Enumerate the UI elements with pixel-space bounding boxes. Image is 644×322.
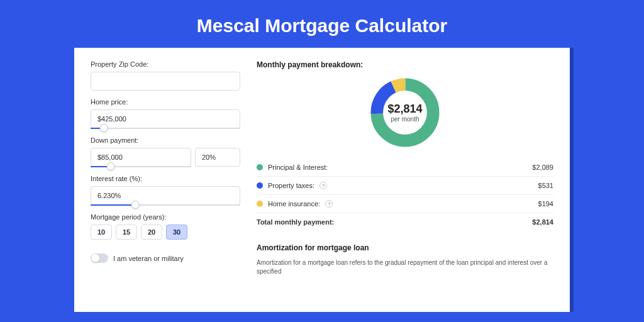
breakdown-panel: Monthly payment breakdown: $2,814 per mo… — [257, 60, 553, 299]
home-price-label: Home price: — [91, 98, 240, 106]
slider-thumb[interactable] — [131, 201, 140, 209]
period-option-30[interactable]: 30 — [166, 225, 187, 240]
slider-thumb[interactable] — [107, 162, 115, 170]
legend-value: $2,089 — [532, 164, 553, 171]
interest-group: Interest rate (%): — [91, 175, 240, 206]
veteran-label: I am veteran or military — [113, 255, 184, 262]
legend-dot — [257, 182, 263, 189]
slider-thumb[interactable] — [100, 124, 108, 132]
zip-group: Property Zip Code: — [91, 60, 240, 91]
home-price-slider[interactable] — [91, 128, 240, 129]
breakdown-title: Monthly payment breakdown: — [257, 60, 553, 69]
donut-sub: per month — [391, 116, 419, 123]
info-icon[interactable]: ? — [325, 200, 333, 208]
legend-dot — [257, 164, 263, 170]
legend-row: Principal & Interest:$2,089 — [257, 158, 553, 176]
legend-total-row: Total monthly payment:$2,814 — [257, 213, 553, 231]
donut-chart: $2,814 per month — [257, 75, 553, 150]
down-payment-input[interactable] — [91, 148, 191, 167]
down-payment-pct-input[interactable] — [195, 148, 240, 167]
veteran-row: I am veteran or military — [91, 253, 240, 263]
down-payment-group: Down payment: — [91, 136, 240, 167]
home-price-group: Home price: — [91, 98, 240, 129]
legend-total-value: $2,814 — [532, 218, 553, 226]
period-option-20[interactable]: 20 — [141, 225, 162, 240]
down-payment-label: Down payment: — [91, 136, 240, 144]
veteran-toggle[interactable] — [91, 253, 108, 263]
legend-value: $531 — [538, 182, 553, 189]
interest-input[interactable] — [91, 186, 240, 205]
calculator-card: Property Zip Code: Home price: Down paym… — [74, 48, 570, 312]
interest-slider[interactable] — [91, 204, 240, 206]
legend-value: $194 — [538, 200, 553, 208]
legend-label: Property taxes: — [268, 182, 314, 189]
amort-title: Amortization for mortgage loan — [257, 243, 553, 252]
legend-dot — [257, 201, 263, 207]
form-panel: Property Zip Code: Home price: Down paym… — [91, 60, 240, 299]
period-option-15[interactable]: 15 — [116, 225, 137, 240]
period-options: 10152030 — [91, 225, 240, 240]
period-group: Mortgage period (years): 10152030 — [91, 213, 240, 240]
legend-label: Principal & Interest: — [268, 164, 328, 171]
period-label: Mortgage period (years): — [91, 213, 240, 221]
legend: Principal & Interest:$2,089Property taxe… — [257, 158, 553, 231]
legend-row: Property taxes:?$531 — [257, 176, 553, 194]
amort-text: Amortization for a mortgage loan refers … — [257, 258, 553, 276]
legend-total-label: Total monthly payment: — [257, 218, 334, 226]
legend-row: Home insurance:?$194 — [257, 194, 553, 213]
down-payment-slider[interactable] — [91, 166, 191, 167]
zip-label: Property Zip Code: — [91, 60, 240, 68]
home-price-input[interactable] — [91, 109, 240, 128]
info-icon[interactable]: ? — [319, 182, 327, 189]
period-option-10[interactable]: 10 — [91, 225, 112, 240]
zip-input[interactable] — [91, 72, 240, 91]
page-title: Mescal Mortgage Calculator — [0, 0, 644, 48]
interest-label: Interest rate (%): — [91, 175, 240, 182]
legend-label: Home insurance: — [268, 200, 320, 208]
donut-value: $2,814 — [387, 103, 422, 116]
